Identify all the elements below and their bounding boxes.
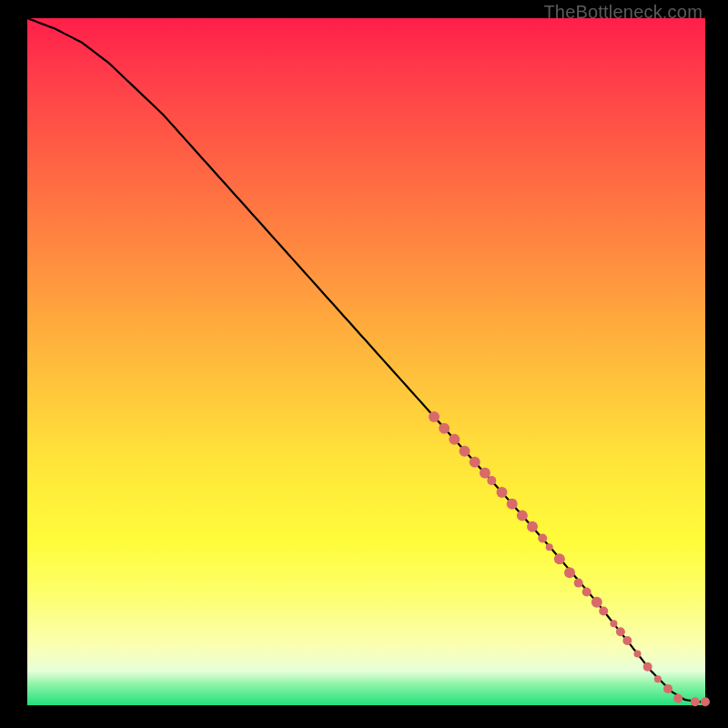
data-marker <box>610 620 617 627</box>
data-marker <box>507 499 518 510</box>
chart-svg <box>27 18 705 705</box>
data-marker <box>429 411 440 422</box>
chart-frame: TheBottleneck.com <box>0 0 728 728</box>
data-marker <box>517 511 528 521</box>
data-marker <box>449 434 460 445</box>
data-marker <box>460 446 470 457</box>
data-marker <box>574 579 583 588</box>
data-marker <box>643 662 652 672</box>
data-marker <box>673 693 682 703</box>
data-marker <box>663 684 672 693</box>
data-marker <box>470 457 480 468</box>
data-marker <box>564 567 575 578</box>
curve-line <box>27 18 705 702</box>
data-marker <box>480 468 490 479</box>
data-marker <box>654 675 662 682</box>
data-marker <box>439 423 450 434</box>
data-marker <box>701 697 710 706</box>
data-marker <box>622 636 632 645</box>
data-marker <box>634 650 642 657</box>
data-marker <box>691 697 700 706</box>
data-marker <box>582 587 592 596</box>
data-marker <box>616 627 625 636</box>
data-marker <box>527 521 538 532</box>
data-marker <box>538 534 547 543</box>
data-marker <box>554 553 565 564</box>
marker-group <box>429 411 710 706</box>
data-marker <box>546 543 553 551</box>
data-marker <box>592 597 602 608</box>
data-marker <box>487 476 496 485</box>
plot-area <box>27 18 705 705</box>
data-marker <box>497 487 508 498</box>
data-marker <box>599 607 608 616</box>
